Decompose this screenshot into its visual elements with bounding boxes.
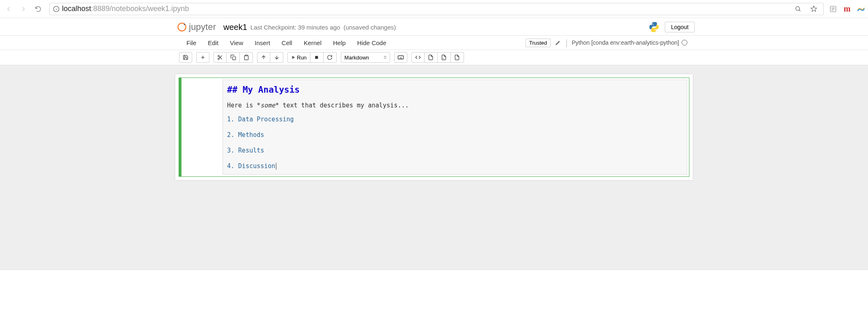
plus-icon bbox=[200, 55, 206, 60]
jupyter-logo[interactable]: jupyter bbox=[177, 22, 216, 32]
arrow-down-icon bbox=[274, 55, 280, 60]
scissors-icon bbox=[217, 55, 223, 60]
menu-cell[interactable]: Cell bbox=[276, 38, 298, 48]
stop-button[interactable] bbox=[310, 52, 324, 63]
logout-button[interactable]: Logout bbox=[665, 22, 695, 32]
menu-view[interactable]: View bbox=[224, 38, 249, 48]
code-toggle-button[interactable] bbox=[411, 52, 425, 63]
back-button[interactable] bbox=[2, 3, 15, 15]
move-up-button[interactable] bbox=[257, 52, 270, 63]
svg-point-10 bbox=[184, 24, 186, 25]
text-cursor bbox=[276, 163, 276, 170]
menu-help[interactable]: Help bbox=[327, 38, 351, 48]
menu-edit[interactable]: Edit bbox=[202, 38, 224, 48]
command-palette-button[interactable] bbox=[394, 52, 407, 63]
stop-icon bbox=[314, 55, 319, 60]
copy-icon bbox=[230, 55, 236, 60]
markdown-cell-editing[interactable]: ## My Analysis Here is *some* text that … bbox=[179, 77, 689, 177]
svg-text:P: P bbox=[443, 57, 444, 59]
notebook-header: jupyter week1 Last Checkpoint: 39 minute… bbox=[0, 18, 868, 36]
markdown-editor[interactable]: ## My Analysis Here is *some* text that … bbox=[223, 80, 687, 175]
paste-button[interactable] bbox=[240, 52, 253, 63]
md-heading-line: ## My Analysis bbox=[227, 83, 683, 97]
keyboard-icon bbox=[397, 55, 404, 60]
svg-marker-23 bbox=[292, 56, 293, 59]
svg-point-11 bbox=[652, 23, 653, 24]
forward-button[interactable] bbox=[17, 3, 30, 15]
md-list-line: 2. Methods bbox=[227, 130, 683, 140]
info-icon bbox=[53, 6, 60, 12]
browser-chrome: localhost:8889/notebooks/week1.ipynb m bbox=[0, 0, 868, 18]
save-icon bbox=[183, 55, 188, 60]
run-button[interactable]: Run bbox=[287, 52, 310, 63]
new-file-button[interactable] bbox=[451, 52, 464, 63]
notebook-container: ## My Analysis Here is *some* text that … bbox=[175, 74, 693, 180]
restart-button[interactable] bbox=[324, 52, 337, 63]
svg-point-12 bbox=[655, 30, 656, 31]
menu-file[interactable]: File bbox=[181, 38, 202, 48]
notebook-name[interactable]: week1 bbox=[223, 23, 247, 32]
cell-prompt-area bbox=[181, 78, 221, 176]
arrow-up-icon bbox=[261, 55, 266, 60]
svg-rect-25 bbox=[315, 56, 318, 59]
divider: | bbox=[565, 38, 567, 48]
menu-kernel[interactable]: Kernel bbox=[298, 38, 327, 48]
md-list-line: 3. Results bbox=[227, 146, 683, 155]
code-icon bbox=[415, 55, 421, 60]
pencil-icon[interactable] bbox=[555, 40, 561, 46]
svg-marker-24 bbox=[293, 56, 294, 59]
menu-insert[interactable]: Insert bbox=[249, 38, 276, 48]
trusted-button[interactable]: Trusted bbox=[526, 39, 551, 47]
notebook-scroll-area[interactable]: ## My Analysis Here is *some* text that … bbox=[0, 65, 868, 270]
cut-button[interactable] bbox=[214, 52, 227, 63]
svg-rect-26 bbox=[398, 56, 403, 59]
extension-m-icon[interactable]: m bbox=[843, 5, 852, 14]
svg-point-15 bbox=[218, 55, 220, 57]
md-list-line: 4. Discussion bbox=[227, 161, 683, 171]
file-blank-icon bbox=[454, 55, 460, 60]
restart-icon bbox=[327, 55, 333, 60]
move-down-button[interactable] bbox=[270, 52, 283, 63]
checkpoint-text: Last Checkpoint: 39 minutes ago (unsaved… bbox=[250, 24, 396, 31]
md-list-line: 1. Data Processing bbox=[227, 114, 683, 124]
copy-button[interactable] bbox=[227, 52, 240, 63]
insert-cell-button[interactable] bbox=[196, 52, 209, 63]
kernel-indicator-icon bbox=[682, 40, 687, 46]
bookmark-icon[interactable] bbox=[808, 3, 820, 15]
extension-wave-icon[interactable] bbox=[857, 5, 866, 14]
svg-rect-20 bbox=[245, 55, 247, 56]
kernel-name[interactable]: Python [conda env:earth-analytics-python… bbox=[572, 39, 680, 46]
play-icon bbox=[291, 55, 295, 59]
menubar: File Edit View Insert Cell Kernel Help H… bbox=[0, 36, 868, 50]
pdf-button[interactable]: P bbox=[438, 52, 451, 63]
md-text-line: Here is *some* text that describes my an… bbox=[227, 100, 683, 110]
pdf-icon: P bbox=[441, 55, 447, 60]
svg-point-16 bbox=[218, 58, 220, 60]
zoom-icon[interactable] bbox=[792, 3, 804, 15]
jupyter-logo-icon bbox=[177, 23, 186, 32]
cell-type-select[interactable]: Markdown bbox=[341, 52, 390, 63]
address-bar[interactable]: localhost:8889/notebooks/week1.ipynb bbox=[49, 3, 824, 15]
svg-line-4 bbox=[799, 10, 800, 11]
toolbar: Run Markdown P bbox=[0, 50, 868, 65]
save-button[interactable] bbox=[179, 52, 192, 63]
clipboard-icon bbox=[243, 55, 249, 60]
svg-point-3 bbox=[796, 7, 799, 10]
prompt-toggle-button[interactable] bbox=[425, 52, 438, 63]
svg-rect-19 bbox=[232, 57, 236, 60]
url-text: localhost:8889/notebooks/week1.ipynb bbox=[62, 5, 189, 13]
python-icon bbox=[648, 21, 660, 33]
menu-hide-code[interactable]: Hide Code bbox=[351, 38, 392, 48]
reload-button[interactable] bbox=[32, 3, 44, 15]
file-icon bbox=[428, 55, 434, 60]
reader-icon[interactable] bbox=[829, 5, 838, 14]
